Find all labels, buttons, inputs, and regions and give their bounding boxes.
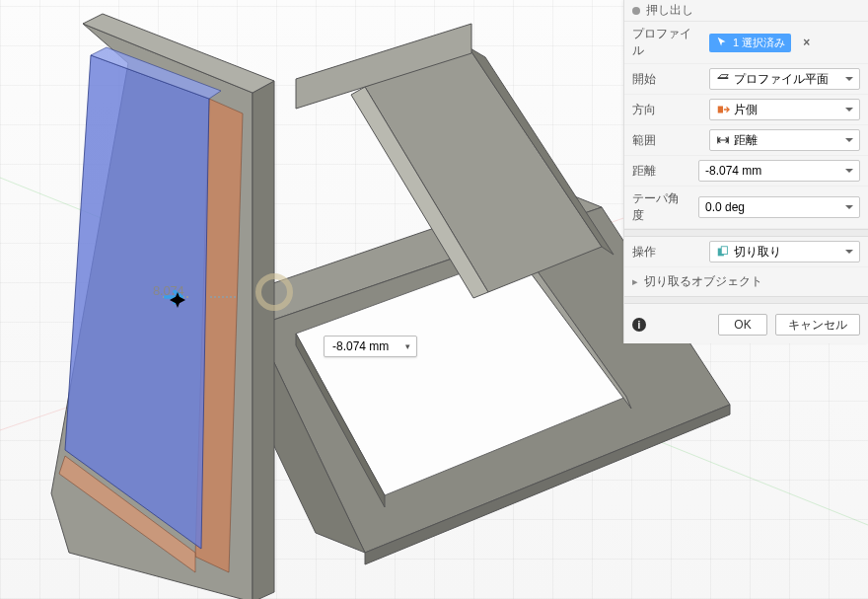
svg-rect-22 <box>718 107 723 113</box>
info-icon[interactable]: i <box>632 318 646 332</box>
label-operation: 操作 <box>632 244 701 261</box>
svg-marker-14 <box>253 81 274 599</box>
panel-footer: i OK キャンセル <box>624 304 868 343</box>
label-start: 開始 <box>632 71 701 88</box>
profile-selection-chip[interactable]: 1 選択済み <box>709 34 791 52</box>
row-profile: プロファイル 1 選択済み × <box>624 22 868 64</box>
svg-rect-24 <box>721 247 727 255</box>
operation-select[interactable]: 切り取り <box>709 241 860 262</box>
taper-input[interactable] <box>705 200 853 214</box>
row-distance: 距離 <box>624 156 868 187</box>
panel-title: 押し出し <box>624 0 868 22</box>
label-distance: 距離 <box>632 163 690 180</box>
panel-separator <box>624 229 868 237</box>
row-taper: テーパ角度 <box>624 187 868 229</box>
label-direction: 方向 <box>632 102 701 118</box>
one-side-icon <box>716 103 730 116</box>
start-select[interactable]: プロファイル平面 <box>709 68 860 90</box>
plane-icon <box>716 72 730 86</box>
row-operation: 操作 切り取り <box>624 237 868 267</box>
row-extent: 範囲 距離 <box>624 125 868 156</box>
direction-select[interactable]: 片側 <box>709 99 860 120</box>
cancel-button[interactable]: キャンセル <box>775 314 860 336</box>
row-start: 開始 プロファイル平面 <box>624 64 868 95</box>
row-direction: 方向 片側 <box>624 95 868 125</box>
arrow-icon <box>188 286 210 308</box>
distance-icon <box>716 133 730 147</box>
panel-separator-2 <box>624 296 868 304</box>
back-wedge <box>296 24 614 298</box>
distance-input[interactable] <box>705 164 853 178</box>
taper-field-wrap[interactable] <box>698 196 860 218</box>
chevron-down-icon[interactable]: ▾ <box>405 341 410 351</box>
clear-selection-button[interactable]: × <box>799 36 814 49</box>
cut-icon <box>716 245 730 259</box>
cut-objects-expander[interactable]: 切り取るオブジェクト <box>624 267 868 296</box>
distance-field-wrap[interactable] <box>698 160 860 182</box>
floating-distance-field[interactable] <box>332 339 399 353</box>
extent-select[interactable]: 距離 <box>709 129 860 151</box>
label-taper: テーパ角度 <box>632 190 690 224</box>
floating-distance-input[interactable]: ▾ <box>324 336 417 357</box>
cursor-icon <box>715 36 729 49</box>
extrude-properties-panel: 押し出し プロファイル 1 選択済み × 開始 プロファイル平面 方向 片側 <box>623 0 868 343</box>
extrude-manipulator[interactable] <box>163 286 236 308</box>
label-profile: プロファイル <box>632 26 701 59</box>
ok-button[interactable]: OK <box>718 314 767 336</box>
label-extent: 範囲 <box>632 132 701 149</box>
